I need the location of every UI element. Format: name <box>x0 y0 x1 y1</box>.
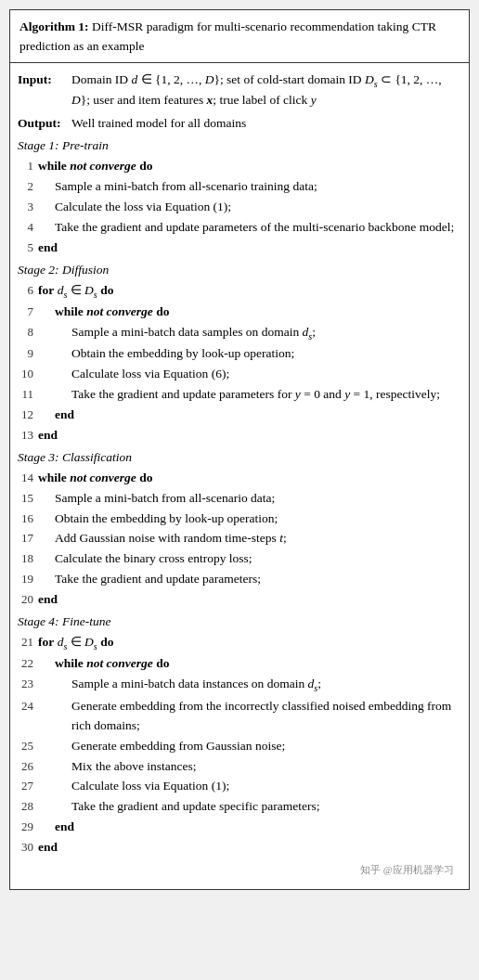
algo-line-10: 10 Calculate loss via Equation (6); <box>18 365 461 384</box>
algo-line-23: 23 Sample a mini-batch data instances on… <box>18 675 461 695</box>
line-num-20: 20 <box>18 590 38 609</box>
line-num-19: 19 <box>18 570 38 588</box>
line-num-5: 5 <box>18 239 38 257</box>
algo-line-1: 1 while not converge do <box>18 157 461 176</box>
algorithm-header: Algorithm 1: Diff-MSR paradigm for multi… <box>10 10 469 63</box>
stage1-label: Stage 1: Pre-train <box>18 136 461 156</box>
line-num-14: 14 <box>18 469 38 487</box>
output-content: Well trained model for all domains <box>71 114 461 134</box>
line-num-29: 29 <box>18 818 38 836</box>
line-num-12: 12 <box>18 406 38 424</box>
line-num-21: 21 <box>18 633 38 651</box>
algorithm-title: Algorithm 1: <box>19 19 89 33</box>
line-num-16: 16 <box>18 509 38 528</box>
line-num-30: 30 <box>18 838 38 857</box>
line-2-content: Sample a mini-batch from all-scenario tr… <box>38 177 461 197</box>
algo-line-16: 16 Obtain the embedding by look-up opera… <box>18 509 461 529</box>
line-num-18: 18 <box>18 549 38 568</box>
algo-line-30: 30 end <box>18 838 461 858</box>
algo-line-26: 26 Mix the above instances; <box>18 757 461 777</box>
line-18-content: Calculate the binary cross entropy loss; <box>38 549 461 569</box>
line-num-6: 6 <box>18 281 38 300</box>
line-num-27: 27 <box>18 777 38 795</box>
algo-line-24: 24 Generate embedding from the incorrect… <box>18 697 461 736</box>
algo-line-19: 19 Take the gradient and update paramete… <box>18 570 461 589</box>
algo-line-11: 11 Take the gradient and update paramete… <box>18 385 461 405</box>
line-num-9: 9 <box>18 344 38 363</box>
algorithm-body: Input: Domain ID d ∈ {1, 2, …, D}; set o… <box>10 63 469 889</box>
algo-line-5: 5 end <box>18 239 461 258</box>
line-27-content: Calculate loss via Equation (1); <box>38 777 461 796</box>
algo-line-4: 4 Take the gradient and update parameter… <box>18 218 461 238</box>
algo-line-2: 2 Sample a mini-batch from all-scenario … <box>18 177 461 197</box>
line-3-content: Calculate the loss via Equation (1); <box>38 198 461 217</box>
line-15-content: Sample a mini-batch from all-scenario da… <box>38 489 461 509</box>
line-num-3: 3 <box>18 198 38 216</box>
algo-line-7: 7 while not converge do <box>18 303 461 322</box>
line-8-content: Sample a mini-batch data samples on doma… <box>38 323 461 343</box>
line-10-content: Calculate loss via Equation (6); <box>38 365 461 384</box>
algo-line-21: 21 for ds ∈ Ds do <box>18 633 461 653</box>
line-num-23: 23 <box>18 675 38 693</box>
line-num-26: 26 <box>18 757 38 776</box>
algo-line-13: 13 end <box>18 426 461 445</box>
line-20-content: end <box>38 590 461 610</box>
algo-line-29: 29 end <box>18 818 461 837</box>
algo-line-17: 17 Add Gaussian noise with random time-s… <box>18 529 461 548</box>
line-num-28: 28 <box>18 797 38 816</box>
line-num-11: 11 <box>18 385 38 404</box>
line-12-content: end <box>38 406 461 425</box>
output-label: Output: <box>18 114 71 134</box>
algo-line-27: 27 Calculate loss via Equation (1); <box>18 777 461 796</box>
line-num-8: 8 <box>18 323 38 342</box>
line-24-content: Generate embedding from the incorrectly … <box>38 697 461 736</box>
stage2-label: Stage 2: Diffusion <box>18 261 461 280</box>
stage3-label: Stage 3: Classification <box>18 448 461 468</box>
line-22-content: while not converge do <box>38 654 461 674</box>
algo-line-28: 28 Take the gradient and update specific… <box>18 797 461 817</box>
algo-line-9: 9 Obtain the embedding by look-up operat… <box>18 344 461 364</box>
algo-line-8: 8 Sample a mini-batch data samples on do… <box>18 323 461 343</box>
algo-line-25: 25 Generate embedding from Gaussian nois… <box>18 737 461 756</box>
line-6-content: for ds ∈ Ds do <box>38 281 461 302</box>
line-28-content: Take the gradient and update specific pa… <box>38 797 461 817</box>
algo-line-14: 14 while not converge do <box>18 469 461 488</box>
line-30-content: end <box>38 838 461 858</box>
line-14-content: while not converge do <box>38 469 461 488</box>
line-29-content: end <box>38 818 461 837</box>
line-26-content: Mix the above instances; <box>38 757 461 777</box>
line-num-4: 4 <box>18 218 38 237</box>
line-13-content: end <box>38 426 461 445</box>
line-num-17: 17 <box>18 529 38 548</box>
line-25-content: Generate embedding from Gaussian noise; <box>38 737 461 756</box>
line-4-content: Take the gradient and update parameters … <box>38 218 461 238</box>
algo-line-20: 20 end <box>18 590 461 610</box>
line-num-2: 2 <box>18 177 38 196</box>
input-block: Input: Domain ID d ∈ {1, 2, …, D}; set o… <box>18 71 461 110</box>
output-block: Output: Well trained model for all domai… <box>18 114 461 134</box>
watermark: 知乎 @应用机器学习 <box>18 858 461 882</box>
line-5-content: end <box>38 239 461 258</box>
line-num-25: 25 <box>18 737 38 755</box>
algorithm-box: Algorithm 1: Diff-MSR paradigm for multi… <box>9 9 470 890</box>
input-label: Input: <box>18 71 71 90</box>
line-19-content: Take the gradient and update parameters; <box>38 570 461 589</box>
algo-line-6: 6 for ds ∈ Ds do <box>18 281 461 302</box>
line-num-7: 7 <box>18 303 38 321</box>
line-num-22: 22 <box>18 654 38 673</box>
algo-line-12: 12 end <box>18 406 461 425</box>
input-content: Domain ID d ∈ {1, 2, …, D}; set of cold-… <box>71 71 461 110</box>
line-9-content: Obtain the embedding by look-up operatio… <box>38 344 461 364</box>
line-1-content: while not converge do <box>38 157 461 176</box>
line-16-content: Obtain the embedding by look-up operatio… <box>38 509 461 529</box>
line-num-1: 1 <box>18 157 38 175</box>
algo-line-18: 18 Calculate the binary cross entropy lo… <box>18 549 461 569</box>
line-21-content: for ds ∈ Ds do <box>38 633 461 653</box>
algo-line-22: 22 while not converge do <box>18 654 461 674</box>
line-num-15: 15 <box>18 489 38 508</box>
line-23-content: Sample a mini-batch data instances on do… <box>38 675 461 695</box>
line-num-13: 13 <box>18 426 38 445</box>
line-num-10: 10 <box>18 365 38 383</box>
algo-line-3: 3 Calculate the loss via Equation (1); <box>18 198 461 217</box>
line-11-content: Take the gradient and update parameters … <box>38 385 461 405</box>
